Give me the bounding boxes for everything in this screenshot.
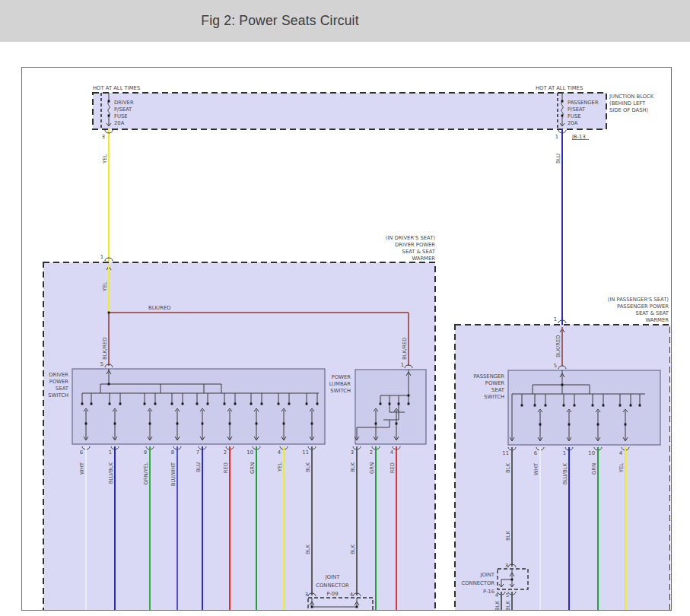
driver-switch-name-line3: SEAT [56, 386, 69, 392]
wire-label-wht: WHT [79, 462, 85, 475]
junction-block-note-line1: JUNCTION BLOCK [609, 94, 654, 100]
driver-pin-1: 1 [109, 449, 112, 456]
p16-pin-5: 5 [506, 592, 509, 599]
wire-label-wht-passenger: WHT [533, 462, 539, 475]
passenger-blkred-label: BLK/RED [555, 335, 561, 357]
wire-label-grn-passenger: GRN [591, 463, 597, 475]
driver-feed-wire-label: YEL [102, 154, 108, 164]
wire-label-red-lumbar: RED [390, 462, 396, 473]
passenger-feed-pin: 1 [555, 134, 558, 140]
driver-seat-assembly: (IN DRIVER'S SEAT) DRIVER POWER SEAT & S… [43, 235, 436, 616]
wire-label-blk-passenger: BLK [505, 462, 511, 472]
driver-fuse-label-line3: FUSE [114, 113, 128, 119]
passenger-seat-note-line2: PASSENGER POWER [617, 303, 669, 310]
wire-label-yel-passenger: YEL [618, 463, 625, 473]
passenger-seat-assembly: (IN PASSENGER'S SEAT) PASSENGER POWER SE… [455, 297, 670, 616]
wire-label-grn-lumbar: GRN [369, 462, 375, 474]
hot-at-all-times-right: HOT AT ALL TIMES [536, 85, 583, 91]
driver-fuse-label-line1: DRIVER [114, 100, 134, 106]
lumbar-pin-4: 4 [390, 449, 393, 456]
p09-pin-4: 4 [350, 592, 353, 598]
passenger-pin-11: 11 [502, 450, 509, 456]
driver-fuse-label-line2: P/SEAT [114, 106, 132, 113]
wire-label-grnyel: GRN/YEL [143, 462, 149, 485]
passenger-pin-6: 6 [534, 450, 537, 456]
p09-name-line1: JOINT [325, 574, 340, 580]
driver-seat-note-line3: SEAT & SEAT [402, 249, 436, 255]
wire-label-blk-lumbar: BLK [350, 462, 356, 472]
driver-pin-9: 9 [144, 449, 147, 456]
lumbar-pin-3: 3 [351, 449, 354, 456]
driver-pin-2: 2 [224, 449, 227, 456]
lumbar-switch-name-line3: SWITCH [330, 388, 351, 394]
p09-name-line3: P-09 [326, 591, 338, 597]
driver-switch-name-line2: POWER [49, 379, 68, 385]
wire-label-blk: BLK [305, 462, 311, 472]
wire-label-blu: BLU [196, 462, 202, 472]
hot-at-all-times-left: HOT AT ALL TIMES [93, 85, 140, 91]
lumbar-switch-entry-pin: 1 [401, 362, 404, 368]
driver-switch-box [72, 369, 325, 444]
junction-block: HOT AT ALL TIMES HOT AT ALL TIMES JUNCTI… [93, 85, 654, 129]
passenger-pin-1: 1 [563, 450, 566, 456]
junction-block-box [93, 93, 606, 129]
passenger-fuse-label-line2: P/SEAT [568, 106, 586, 113]
page: Fig 2: Power Seats Circuit HOT AT ALL TI… [0, 0, 690, 616]
p16-out-wire-label-right: BLK [505, 600, 511, 610]
driver-pin-10: 10 [246, 449, 253, 456]
jb13-ref: JB-13 [571, 134, 586, 140]
wire-label-bluwht: BLU/WHT [170, 462, 176, 486]
blkred-horizontal-label: BLK/RED [148, 305, 170, 311]
p16-out-wire-label-left: BLK [494, 600, 501, 610]
passenger-fuse-label-line4: 20A [568, 120, 578, 126]
driver-pin-7: 7 [196, 449, 199, 456]
passenger-switch-name-line3: SEAT [491, 387, 505, 393]
p16-pin-3: 3 [505, 563, 508, 569]
driver-inner-wire-label: YEL [102, 282, 108, 292]
passenger-switch-entry-pin: 5 [554, 363, 557, 369]
p09-pin-3: 3 [305, 592, 308, 598]
passenger-fuse-label-line3: FUSE [568, 113, 581, 119]
passenger-feed-wire-label: BLU [555, 154, 561, 164]
passenger-seat-note-line1: (IN PASSENGER'S SEAT) [608, 297, 669, 303]
lumbar-switch-name-line2: LUMBAR [329, 381, 351, 387]
driver-switch-name-line4: SWITCH [48, 392, 68, 398]
driver-pin-4: 4 [278, 449, 281, 456]
passenger-switch-name-line1: PASSENGER [473, 373, 504, 379]
lumbar-switch-box [355, 370, 426, 444]
blkred-lumbar-vertical-label: BLK/RED [402, 338, 408, 360]
wire-label-blublk: BLU/BLK [108, 462, 114, 484]
passenger-switch-name-line2: POWER [485, 380, 504, 386]
junction-block-note-line3: SIDE OF DASH) [609, 107, 649, 113]
passenger-seat-note-line4: WARMER [645, 317, 669, 323]
driver-pin-8: 8 [171, 449, 174, 456]
lumbar-pin-2: 2 [370, 449, 373, 456]
driver-pin-6: 6 [80, 449, 83, 456]
passenger-switch-name-line4: SWITCH [484, 394, 504, 400]
wire-label-red: RED [223, 462, 229, 473]
driver-fuse-label-line4: 20A [114, 120, 125, 126]
driver-seat-note-line4: WARMER [412, 256, 435, 262]
passenger-switch-box [508, 370, 660, 445]
p16-name-line2: CONNECTOR [461, 580, 494, 586]
p09-name-line2: CONNECTOR [316, 583, 349, 589]
passenger-seat-note-line3: SEAT & SEAT [636, 310, 669, 316]
p16-pin-4: 4 [495, 592, 498, 599]
passenger-fuse-label-line1: PASSENGER [568, 100, 599, 106]
lumbar-switch-name-line1: POWER [332, 374, 351, 380]
driver-seat-note-line2: DRIVER POWER [395, 242, 435, 248]
passenger-pin-10: 10 [588, 450, 595, 456]
junction-block-note-line2: (BEHIND LEFT [609, 100, 646, 106]
p16-name-line3: P-16 [483, 589, 494, 595]
p09-wire-label-right: BLK [350, 544, 356, 554]
wire-label-blublk-passenger: BLU/BLK [562, 462, 568, 484]
wire-label-yel: YEL [277, 462, 283, 472]
passenger-seat-entry-pin: 1 [554, 316, 557, 322]
driver-feed-pin: 3 [102, 134, 105, 140]
wiring-diagram-svg: HOT AT ALL TIMES HOT AT ALL TIMES JUNCTI… [0, 0, 690, 616]
p16-name-line1: JOINT [479, 572, 494, 578]
passenger-pin-4: 4 [619, 450, 622, 456]
driver-seat-note-line1: (IN DRIVER'S SEAT) [386, 235, 436, 241]
driver-switch-name-line1: DRIVER [49, 372, 68, 378]
driver-switch-entry-pin: 5 [100, 361, 103, 367]
